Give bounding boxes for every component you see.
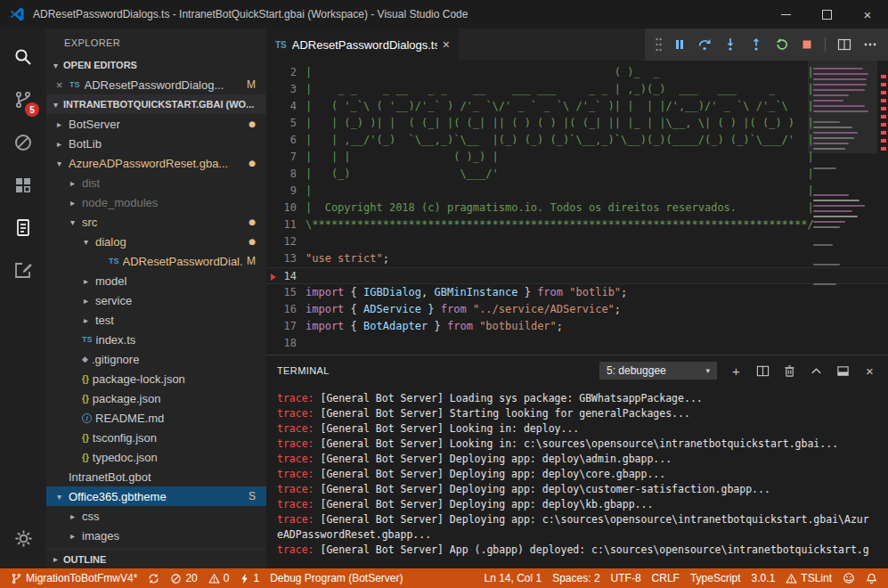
status-tslint[interactable]: TSLint [780,568,837,588]
status-warnings[interactable]: 0 [203,568,235,588]
extensions-icon[interactable] [0,164,46,207]
tree-item-dist[interactable]: ▸dist [46,173,266,192]
code-editor[interactable]: 2| ( )_ _ |3| _ _ _ __ _ _ __ ___ ___ _ … [266,61,888,355]
open-editor-adresetpassworddialog[interactable]: ×TSADResetPasswordDialog...M [46,75,266,94]
maximize-panel-icon[interactable] [809,363,824,379]
code-line-6[interactable]: 6| | ,__/'(_) `\__,_)`\__ |(_) (_) (_)`\… [266,132,888,149]
tree-item-office365-gbtheme[interactable]: ▾Office365.gbthemeS [46,486,266,506]
code-line-18[interactable]: 18 [266,335,888,352]
status-right: Ln 14, Col 1Spaces: 2UTF-8CRLFTypeScript… [478,568,883,588]
code-text [306,268,888,283]
tab-close-icon[interactable]: × [443,37,450,52]
tree-item-images[interactable]: ▸images [46,526,266,545]
status-errors[interactable]: 20 [165,568,202,588]
pause-icon[interactable] [673,38,686,51]
split-editor-icon[interactable] [837,37,851,52]
tree-item-dialog[interactable]: ▾dialog● [46,232,266,251]
status-sync[interactable] [143,568,165,588]
outline-header[interactable]: ▸ OUTLINE [46,549,266,568]
code-line-3[interactable]: 3| _ _ _ __ _ _ __ ___ ___ _ _ | ,_)(_) … [266,81,888,98]
step-out-icon[interactable] [749,37,763,52]
close-button[interactable]: × [847,0,888,29]
tree-item-model[interactable]: ▸model [46,271,266,290]
tree-item-service[interactable]: ▸service [46,290,266,310]
terminal-instance-select[interactable]: 5: debuggee ▾ [599,362,717,380]
tree-item-css[interactable]: ▸css [46,506,266,526]
tree-item-label: IntranetBot.gbot [69,470,151,484]
tree-item-intranetbot-gbot[interactable]: IntranetBot.gbot [46,467,266,486]
code-line-10[interactable]: 10| Copyright 2018 (c) pragmatismo.io. T… [266,200,888,216]
tree-item-botserver[interactable]: ▸BotServer● [46,114,266,134]
status-encoding[interactable]: UTF-8 [606,568,647,588]
code-line-15[interactable]: 15import { IGBDialog, GBMinInstance } fr… [266,284,888,301]
terminal-tab[interactable]: TERMINAL [277,365,330,376]
minimize-button[interactable] [765,0,806,29]
close-editor-icon[interactable]: × [53,78,65,92]
status-notifications[interactable] [860,568,883,588]
error-mark [881,75,886,78]
more-actions-icon[interactable] [863,37,877,52]
source-control-icon[interactable]: 5 [0,78,46,121]
minimap-mark [813,105,865,107]
code-line-4[interactable]: 4| ( '_`\ ( '__)/'_` ) /'_ `\/' _ ` _ `\… [266,98,888,115]
code-line-9[interactable]: 9| | [266,183,888,200]
status-counter[interactable]: 1 [234,568,265,588]
tree-item-gitignore[interactable]: ◆.gitignore [46,349,266,369]
status-indentation[interactable]: Spaces: 2 [547,568,605,588]
kill-terminal-icon[interactable] [782,363,797,379]
workspace-header[interactable]: ▾ INTRANETBOTQUICKSTART.GBAI (WO... [46,94,266,114]
tab-adresetpassworddialogs[interactable]: TS ADResetPasswordDialogs.ts × [266,29,459,61]
documents-icon[interactable] [0,207,46,249]
maximize-button[interactable] [806,0,847,29]
code-line-12[interactable]: 12 [266,233,888,250]
status-eol[interactable]: CRLF [647,568,685,588]
tree-item-src[interactable]: ▾src● [46,212,266,232]
status-feedback[interactable] [837,568,860,588]
status-ts-version[interactable]: 3.0.1 [746,568,781,588]
new-terminal-icon[interactable]: + [729,363,744,379]
search-icon[interactable] [0,36,46,78]
status-debug-program[interactable]: Debug Program (BotServer) [265,568,408,588]
tree-item-package-json[interactable]: {}package.json [46,388,266,408]
toolbar-grip-icon[interactable] [656,37,662,52]
tree-item-node-modules[interactable]: ▸node_modules [46,192,266,212]
tree-item-test[interactable]: ▸test [46,310,266,330]
open-editors-header[interactable]: ▾ OPEN EDITORS [46,55,266,75]
split-terminal-icon[interactable] [755,363,770,379]
compose-icon[interactable] [0,249,46,292]
tree-item-index-ts[interactable]: TSindex.ts [46,330,266,349]
code-line-14[interactable]: 14 [266,267,888,284]
terminal-output[interactable]: trace: [General Bot Server] Loading sys … [266,386,888,558]
status-language[interactable]: TypeScript [685,568,746,588]
stop-icon[interactable] [801,38,813,51]
restart-icon[interactable] [775,37,789,52]
tree-item-tsconfig-json[interactable]: {}tsconfig.json [46,428,266,447]
code-line-16[interactable]: 16import { ADService } from "../service/… [266,301,888,318]
minimap[interactable] [810,61,876,355]
status-cursor-position[interactable]: Ln 14, Col 1 [478,568,547,588]
code-line-5[interactable]: 5| | (_) )| | ( (_| |( (_| || ( ) ( ) |(… [266,115,888,132]
line-number: 16 [266,301,306,318]
tree-item-readme-md[interactable]: iREADME.md [46,408,266,428]
debug-icon[interactable] [0,121,46,164]
tree-item-label: typedoc.json [93,451,158,464]
step-over-icon[interactable] [697,37,712,52]
step-into-icon[interactable] [723,37,737,52]
settings-gear-icon[interactable] [0,517,46,559]
code-line-8[interactable]: 8| (_) \___/' | [266,166,888,183]
code-line-17[interactable]: 17import { BotAdapter } from "botbuilder… [266,318,888,335]
tree-item-package-lock-json[interactable]: {}package-lock.json [46,369,266,388]
tree-item-typedoc-json[interactable]: {}typedoc.json [46,447,266,467]
code-line-11[interactable]: 11\*************************************… [266,216,888,233]
code-line-7[interactable]: 7| | | ( )_) | | [266,149,888,166]
tree-item-azureadpasswordreset-gba[interactable]: ▾AzureADPasswordReset.gba...● [46,153,266,173]
move-panel-icon[interactable] [835,363,851,379]
minimap-mark [813,132,858,134]
json-file-icon: {} [82,453,89,462]
tree-item-adresetpassworddial[interactable]: TSADResetPasswordDial...M [46,251,266,271]
tree-item-botlib[interactable]: ▸BotLib [46,134,266,153]
code-line-13[interactable]: 13"use strict"; [266,250,888,267]
code-line-2[interactable]: 2| ( )_ _ | [266,64,888,81]
close-panel-icon[interactable]: × [862,363,877,379]
status-git-branch[interactable]: MigrationToBotFmwV4* [5,568,143,588]
